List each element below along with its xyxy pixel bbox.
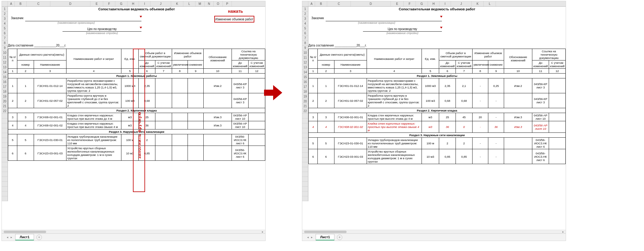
row-header[interactable]: 14 <box>302 70 308 75</box>
row-header[interactable] <box>302 153 308 157</box>
row-header[interactable]: 7 <box>2 36 8 41</box>
col-A[interactable]: A <box>308 1 315 6</box>
add-sheet-button[interactable]: + <box>36 235 42 240</box>
row-header[interactable] <box>302 148 308 153</box>
row-header[interactable]: 19 <box>302 94 308 99</box>
col-G[interactable]: G <box>115 1 127 6</box>
row-header[interactable]: 11 <box>302 55 308 60</box>
row-header[interactable]: 22 <box>2 109 8 114</box>
row-header[interactable]: 5 <box>302 26 308 31</box>
row-header[interactable]: 1 <box>2 7 8 12</box>
row-header[interactable] <box>302 162 308 167</box>
col-J[interactable]: J <box>151 1 171 6</box>
table-row[interactable]: 55ГЭСН23-01-030-01 Укладка трубопроводов… <box>309 138 566 149</box>
row-header[interactable] <box>2 138 8 143</box>
add-sheet-button[interactable]: + <box>337 235 342 240</box>
table-row[interactable]: 55ГЭСН23-01-030-01 Укладка трубопроводов… <box>8 134 265 146</box>
row-header[interactable] <box>2 143 8 148</box>
col-J[interactable]: J <box>451 1 472 6</box>
col-E[interactable]: E <box>391 1 404 6</box>
row-header[interactable]: 7 <box>302 36 308 41</box>
row-header[interactable] <box>302 196 308 201</box>
row-header[interactable] <box>2 123 8 128</box>
row-header[interactable]: 14 <box>2 70 8 75</box>
row-header[interactable] <box>2 119 8 123</box>
row-header[interactable]: 18 <box>302 89 308 94</box>
row-header[interactable] <box>2 114 8 119</box>
row-header[interactable]: 5 <box>2 26 8 31</box>
row-header[interactable]: 4 <box>302 21 308 26</box>
col-D[interactable]: D <box>50 1 90 6</box>
row-header[interactable]: 10 <box>2 50 8 55</box>
row-header[interactable] <box>2 182 8 187</box>
col-C[interactable]: C <box>327 1 351 6</box>
col-B[interactable]: B <box>15 1 27 6</box>
row-header[interactable] <box>302 172 308 177</box>
row-header[interactable] <box>302 187 308 191</box>
row-header[interactable]: 22 <box>302 109 308 114</box>
col-G[interactable]: G <box>416 1 428 6</box>
row-header[interactable]: 13 <box>302 65 308 70</box>
row-header[interactable] <box>302 128 308 133</box>
row-header[interactable] <box>302 114 308 119</box>
row-header[interactable] <box>302 167 308 172</box>
row-header[interactable]: 9 <box>2 46 8 50</box>
row-header[interactable] <box>2 133 8 138</box>
row-header[interactable] <box>2 191 8 196</box>
col-P[interactable]: P <box>223 1 232 6</box>
col-K[interactable]: K <box>171 1 183 6</box>
row-header[interactable] <box>2 153 8 157</box>
col-N[interactable]: N <box>205 1 214 6</box>
row-header[interactable] <box>302 138 308 143</box>
row-header[interactable] <box>302 119 308 123</box>
table-row[interactable]: 11ГЭСН01-01-012-14 Разработка грунта экс… <box>8 78 265 93</box>
row-header[interactable]: 3 <box>2 16 8 21</box>
row-header[interactable] <box>2 162 8 167</box>
row-header[interactable]: 12 <box>2 60 8 65</box>
row-header[interactable]: 3 <box>302 16 308 21</box>
row-header[interactable]: 8 <box>302 41 308 46</box>
row-header[interactable]: 9 <box>302 46 308 50</box>
col-H[interactable]: H <box>428 1 439 6</box>
row-header[interactable] <box>302 177 308 182</box>
table-row[interactable]: 11ГЭСН01-01-012-14 Разработка грунта экс… <box>309 78 566 93</box>
row-header[interactable] <box>2 128 8 133</box>
row-header[interactable]: 10 <box>302 50 308 55</box>
row-header[interactable]: 19 <box>2 94 8 99</box>
row-header[interactable]: 2 <box>302 12 308 16</box>
sheet-tab-1[interactable]: Лист1 <box>15 234 34 240</box>
change-volumes-button[interactable]: Изменение объемов работ <box>214 16 254 22</box>
row-header[interactable]: 2 <box>2 12 8 16</box>
col-L[interactable]: L <box>484 1 496 6</box>
row-header[interactable]: 15 <box>2 75 8 80</box>
col-C[interactable]: C <box>27 1 50 6</box>
tab-nav-prev[interactable]: ◂ <box>7 236 8 239</box>
col-F[interactable]: F <box>404 1 416 6</box>
table-row[interactable]: 22ГЭСН01-02-057-02 Разработка грунта вру… <box>309 93 566 108</box>
row-header[interactable]: 11 <box>2 55 8 60</box>
col-M[interactable]: M <box>195 1 205 6</box>
sheet-area[interactable]: Сопоставительная ведомость объемов работ… <box>8 7 265 201</box>
table-row[interactable]: 66ГЭСН23-03-001-03 Устройство круглых сб… <box>309 149 566 164</box>
row-header[interactable]: 15 <box>302 75 308 80</box>
table-row[interactable]: 66ГЭСН23-03-001-03 Устройство круглых сб… <box>8 146 265 161</box>
row-header[interactable]: 18 <box>2 89 8 94</box>
tab-nav-prev[interactable]: ◂ <box>307 236 309 239</box>
horizontal-scrollbar[interactable]: ▸ <box>302 230 566 233</box>
row-header[interactable]: 12 <box>302 60 308 65</box>
col-O[interactable]: O <box>214 1 223 6</box>
sheet-area[interactable]: Сопоставительная ведомость объемов работ… <box>308 7 566 201</box>
col-K[interactable]: K <box>472 1 484 6</box>
row-header[interactable]: 20 <box>302 99 308 104</box>
row-header[interactable]: 20 <box>2 99 8 104</box>
horizontal-scrollbar[interactable]: ▸ <box>2 230 265 233</box>
row-header[interactable] <box>302 182 308 187</box>
row-header[interactable] <box>2 177 8 182</box>
row-header[interactable] <box>2 167 8 172</box>
row-header[interactable] <box>2 196 8 201</box>
tab-nav-next[interactable]: ▸ <box>11 236 12 239</box>
table-row-deleted[interactable]: 44ГЭСН08-02-001-02 Кладка стен кирпичных… <box>309 121 566 133</box>
row-header[interactable]: 6 <box>302 31 308 36</box>
row-header[interactable] <box>302 143 308 148</box>
row-header[interactable]: 8 <box>2 41 8 46</box>
